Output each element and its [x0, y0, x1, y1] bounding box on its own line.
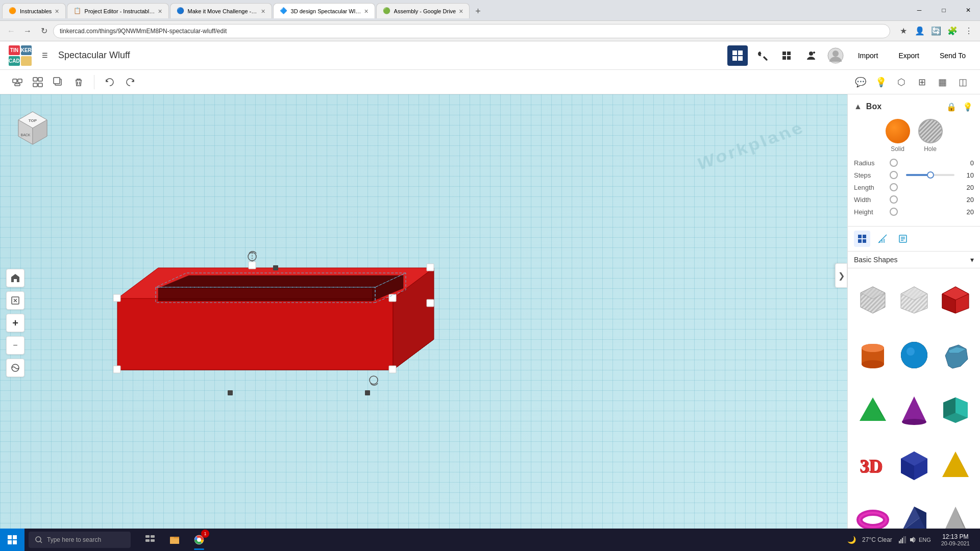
shape-text-3d[interactable]: 3D 3D: [854, 439, 891, 490]
profile-button[interactable]: 👤: [913, 24, 927, 38]
mirror-button[interactable]: ◫: [953, 73, 972, 91]
project-name[interactable]: Spectacular Wluff: [58, 50, 721, 61]
duplicate-button[interactable]: [49, 73, 67, 91]
shape-cylinder-orange[interactable]: [854, 330, 891, 381]
maximize-button[interactable]: □: [932, 0, 955, 20]
shape-pyramid-yellow[interactable]: [937, 439, 974, 490]
language-indicator[interactable]: ENG: [919, 537, 931, 543]
orbit-button[interactable]: [6, 359, 24, 377]
browser-tab-2[interactable]: 📋 Project Editor - Instructables ×: [67, 3, 169, 18]
send-to-button[interactable]: Send To: [932, 46, 974, 65]
ungroup-button[interactable]: [29, 73, 47, 91]
network-icon[interactable]: 🌙: [847, 536, 856, 544]
shape-prism-teal[interactable]: [937, 385, 974, 436]
svg-rect-121: [902, 538, 903, 543]
shape-sphere-blue[interactable]: [895, 330, 933, 381]
tab2-close[interactable]: ×: [158, 7, 162, 15]
shape-box-plain[interactable]: [895, 274, 933, 325]
zoom-out-button[interactable]: −: [6, 336, 24, 355]
steps-label: Steps: [854, 171, 890, 179]
shapes-notes-button[interactable]: [895, 231, 911, 247]
close-button[interactable]: ✕: [957, 0, 980, 20]
grid-button[interactable]: ⊞: [913, 73, 931, 91]
redo-button[interactable]: [121, 73, 139, 91]
update-button[interactable]: 🔄: [929, 24, 943, 38]
taskbar-app-chrome[interactable]: 1: [188, 529, 210, 551]
shape-irregular-blue[interactable]: [937, 330, 974, 381]
light-button[interactable]: 💡: [872, 73, 890, 91]
wrench-icon-button[interactable]: [752, 45, 772, 66]
user-avatar[interactable]: [825, 45, 846, 66]
home-view-button[interactable]: [6, 269, 24, 287]
tab5-close[interactable]: ×: [459, 7, 463, 15]
new-tab-button[interactable]: +: [471, 4, 485, 18]
bookmark-button[interactable]: ★: [896, 24, 911, 38]
browser-tab-5[interactable]: 🟢 Assembly - Google Drive ×: [376, 3, 470, 18]
library-button[interactable]: [776, 45, 797, 66]
shapes-grid-view-button[interactable]: [854, 231, 870, 247]
tab4-close[interactable]: ×: [364, 7, 368, 15]
start-button[interactable]: [0, 529, 24, 551]
solid-option[interactable]: Solid: [886, 119, 910, 153]
tab1-close[interactable]: ×: [55, 7, 59, 15]
export-button[interactable]: Export: [890, 46, 927, 65]
width-radio[interactable]: [890, 195, 898, 204]
window-controls: ─ □ ✕: [908, 0, 980, 20]
shapes-dropdown-button[interactable]: ▾: [970, 256, 974, 264]
zoom-in-button[interactable]: +: [6, 314, 24, 332]
forward-button[interactable]: →: [20, 24, 35, 38]
length-radio[interactable]: [890, 183, 898, 191]
bulb-icon[interactable]: 💡: [962, 101, 974, 113]
tinkercad-logo[interactable]: TIN KER CAD: [6, 43, 32, 68]
network-status-icon[interactable]: [898, 536, 906, 544]
volume-icon[interactable]: [909, 536, 917, 544]
view-cube[interactable]: TOP BACK: [12, 107, 53, 147]
fit-view-button[interactable]: [6, 291, 24, 310]
hole-label: Hole: [924, 145, 937, 153]
show-desktop-button[interactable]: [976, 529, 980, 551]
browser-tab-3[interactable]: 🔵 Make it Move Challenge - Instru... ×: [170, 3, 272, 18]
delete-button[interactable]: [69, 73, 88, 91]
inspector-collapse-button[interactable]: ▲: [854, 102, 862, 111]
browser-tab-1[interactable]: 🟠 Instructables ×: [2, 3, 66, 18]
shape-box-red[interactable]: [937, 274, 974, 325]
taskbar-search[interactable]: Type here to search: [29, 532, 131, 548]
radius-radio[interactable]: [890, 159, 898, 167]
shape-box-stripe[interactable]: [854, 274, 891, 325]
shape-cone-purple[interactable]: [895, 385, 933, 436]
group-button[interactable]: [8, 73, 27, 91]
align-button[interactable]: ▦: [933, 73, 951, 91]
back-button[interactable]: ←: [4, 24, 18, 38]
3d-box-shape[interactable]: [77, 207, 444, 400]
undo-button[interactable]: [101, 73, 119, 91]
shapes-measure-button[interactable]: [874, 231, 891, 247]
lock-icon[interactable]: 🔒: [945, 101, 958, 113]
browser-tab-4[interactable]: 🔷 3D design Spectacular Wluff | Ti... ×: [273, 3, 375, 18]
svg-point-80: [906, 347, 915, 356]
taskbar-app-taskview[interactable]: [139, 529, 161, 551]
comment-button[interactable]: 💬: [851, 73, 870, 91]
reload-button[interactable]: ↻: [37, 24, 51, 38]
minimize-button[interactable]: ─: [908, 0, 931, 20]
taskbar-clock[interactable]: 12:13 PM 20-09-2021: [935, 533, 976, 546]
extensions-button[interactable]: 🧩: [945, 24, 960, 38]
steps-radio[interactable]: [890, 171, 898, 179]
hamburger-menu[interactable]: ☰: [38, 48, 52, 63]
steps-slider[interactable]: [906, 174, 954, 176]
radius-value: 0: [959, 159, 974, 167]
grid-view-button[interactable]: [727, 45, 748, 66]
shape-pyramid-green[interactable]: [854, 385, 891, 436]
snap-button[interactable]: ⬡: [892, 73, 911, 91]
canvas-area[interactable]: Workplane TOP BACK: [0, 94, 847, 551]
svg-point-12: [832, 51, 839, 57]
menu-button[interactable]: ⋮: [962, 24, 976, 38]
address-bar[interactable]: tinkercad.com/things/9QNWMmEM8PN-spectac…: [53, 24, 890, 38]
shape-cube-navy[interactable]: [895, 439, 933, 490]
hole-option[interactable]: Hole: [918, 119, 943, 153]
panel-collapse-button[interactable]: ❯: [835, 263, 847, 288]
add-user-button[interactable]: [801, 45, 821, 66]
tab3-close[interactable]: ×: [261, 7, 265, 15]
taskbar-app-explorer[interactable]: [163, 529, 186, 551]
height-radio[interactable]: [890, 208, 898, 216]
import-button[interactable]: Import: [850, 46, 887, 65]
